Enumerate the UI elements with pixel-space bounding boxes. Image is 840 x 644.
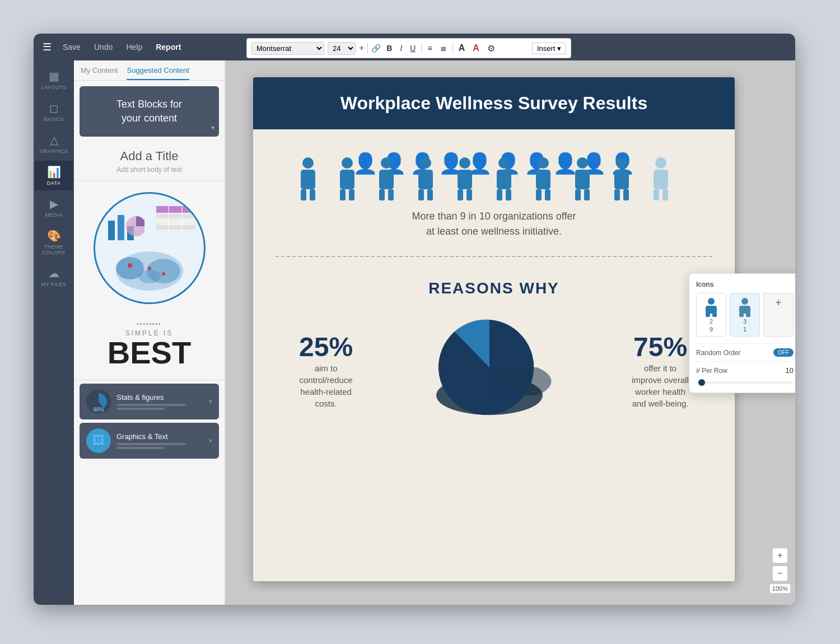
per-row-row: # Per Row 10 xyxy=(696,366,794,375)
icon-sidebar: ▦ LAYOUTS ◻ BASICS △ GRAPHICS 📊 DATA ▶ M… xyxy=(34,60,74,605)
zoom-out-button[interactable]: − xyxy=(772,566,788,581)
menu-help[interactable]: Help xyxy=(126,43,142,52)
wellness-text: More than 9 in 10 organizations offer at… xyxy=(253,209,735,250)
svg-rect-48 xyxy=(584,189,590,200)
bar-chart-mini xyxy=(105,209,144,245)
svg-rect-51 xyxy=(614,189,620,200)
random-order-row: Random Order OFF xyxy=(696,348,794,357)
svg-point-59 xyxy=(708,298,715,305)
sidebar-item-my-files[interactable]: ☁ MY FILES xyxy=(35,262,73,292)
reasons-content: 25% aim to control/reduce health-related… xyxy=(270,314,718,426)
data-icon: 📊 xyxy=(47,165,61,179)
text-blocks-card[interactable]: Text Blocks for your content ▾ xyxy=(80,86,219,137)
mini-slider[interactable] xyxy=(696,381,794,384)
text-blocks-line1: Text Blocks for xyxy=(85,97,213,111)
svg-rect-32 xyxy=(427,189,433,200)
add-title-section: Add a Title Add short body of text xyxy=(74,142,225,181)
menu-items: Save Undo Help Report xyxy=(63,43,181,52)
graphics-icon: △ xyxy=(50,133,58,147)
svg-rect-20 xyxy=(310,189,315,200)
svg-rect-24 xyxy=(349,189,354,200)
italic-button[interactable]: I xyxy=(398,43,404,54)
link-icon[interactable]: 🔗 xyxy=(371,44,381,53)
stats-card[interactable]: 40% Stats & figures ▾ xyxy=(80,384,219,419)
stat-25-desc: aim to control/reduce health-related cos… xyxy=(299,362,353,409)
svg-point-17 xyxy=(302,157,314,169)
sidebar-item-theme-colors[interactable]: 🎨 THEME COLORS xyxy=(35,225,73,260)
svg-rect-23 xyxy=(340,189,346,200)
svg-rect-62 xyxy=(712,312,717,317)
tab-suggested-content[interactable]: Suggested Content xyxy=(127,66,189,80)
per-row-label: # Per Row xyxy=(696,367,727,375)
svg-point-45 xyxy=(577,157,588,169)
svg-point-25 xyxy=(381,157,392,169)
sidebar-label-basics: BASICS xyxy=(44,116,64,122)
popup-divider-1 xyxy=(696,343,794,344)
menu-save[interactable]: Save xyxy=(63,43,81,52)
underline-button[interactable]: U xyxy=(408,43,418,54)
icon-cell-2[interactable]: 3 1 xyxy=(730,293,760,337)
font-selector[interactable]: Montserrat xyxy=(251,42,324,55)
svg-rect-38 xyxy=(497,170,511,189)
icon-add-cell[interactable]: + xyxy=(763,293,794,337)
slide-title: Workplace Wellness Survey Results xyxy=(276,93,712,114)
map-mini xyxy=(113,249,186,296)
scroll-arrow-down[interactable]: ▾ xyxy=(211,123,214,133)
stat-75-pct: 75% xyxy=(632,332,689,362)
svg-rect-66 xyxy=(746,312,750,317)
sidebar-item-basics[interactable]: ◻ BASICS xyxy=(35,97,73,127)
per-row-value: 10 xyxy=(786,366,794,375)
zoom-in-button[interactable]: + xyxy=(772,548,788,563)
bold-button[interactable]: B xyxy=(384,43,394,54)
icon-grid: 2 9 3 1 xyxy=(696,293,794,337)
layouts-icon: ▦ xyxy=(49,69,59,83)
svg-rect-30 xyxy=(418,170,433,189)
align-left-button[interactable]: ≡ xyxy=(425,43,434,54)
panel-tabs: My Content Suggested Content xyxy=(74,60,225,81)
media-icon: ▶ xyxy=(50,197,58,211)
add-icon[interactable]: + xyxy=(359,43,364,53)
font-color-button[interactable]: A xyxy=(456,42,468,54)
stats-lines xyxy=(116,404,203,410)
decorative-dots: •••••••• xyxy=(83,321,216,327)
content-panel: My Content Suggested Content Text Blocks… xyxy=(74,60,225,605)
sidebar-item-media[interactable]: ▶ MEDIA xyxy=(35,193,73,222)
sidebar-item-graphics[interactable]: △ GRAPHICS xyxy=(35,129,73,158)
font-underline-color-button[interactable]: A xyxy=(470,42,482,54)
svg-rect-46 xyxy=(575,170,590,189)
svg-rect-35 xyxy=(458,189,463,200)
graphics-icon-card: 🖼 xyxy=(86,428,111,453)
sidebar-item-layouts[interactable]: ▦ LAYOUTS xyxy=(35,65,73,95)
person-icons-row xyxy=(253,153,735,209)
graphics-text-card[interactable]: 🖼 Graphics & Text ▾ xyxy=(80,423,219,459)
tab-my-content[interactable]: My Content xyxy=(81,66,118,80)
dashed-divider xyxy=(276,256,712,257)
svg-rect-36 xyxy=(466,189,472,200)
icon-cell-1[interactable]: 2 9 xyxy=(696,293,726,337)
slide-canvas: Workplace Wellness Survey Results 👤 👤 👤 … xyxy=(253,77,735,581)
svg-rect-4 xyxy=(156,206,195,213)
svg-rect-18 xyxy=(301,170,315,189)
sidebar-item-data[interactable]: 📊 DATA xyxy=(35,161,73,190)
sidebar-label-my-files: MY FILES xyxy=(41,282,67,287)
svg-rect-39 xyxy=(497,189,502,200)
align-list-button[interactable]: ≣ xyxy=(438,43,449,54)
menu-report[interactable]: Report xyxy=(156,43,181,52)
icon-cell-2-sub: 1 xyxy=(743,326,746,333)
graphics-line-2 xyxy=(116,447,164,449)
theme-colors-icon: 🎨 xyxy=(47,229,61,242)
reasons-section: REASONS WHY 25% aim to control/reduce he… xyxy=(253,263,735,426)
text-settings-button[interactable]: ⚙ xyxy=(485,42,497,55)
graphics-line-1 xyxy=(116,443,186,445)
svg-point-37 xyxy=(498,157,510,169)
svg-rect-47 xyxy=(575,189,581,200)
best-text: BEST xyxy=(83,337,216,368)
stat-25-pct: 25% xyxy=(299,332,353,362)
insert-button[interactable]: Insert ▾ xyxy=(532,43,566,54)
stats-chevron: ▾ xyxy=(209,398,212,405)
menu-undo[interactable]: Undo xyxy=(94,43,113,52)
hamburger-icon[interactable]: ☰ xyxy=(43,41,52,53)
slider-handle[interactable] xyxy=(698,379,705,386)
random-order-toggle[interactable]: OFF xyxy=(773,348,794,357)
font-size-selector[interactable]: 24 xyxy=(328,42,356,55)
